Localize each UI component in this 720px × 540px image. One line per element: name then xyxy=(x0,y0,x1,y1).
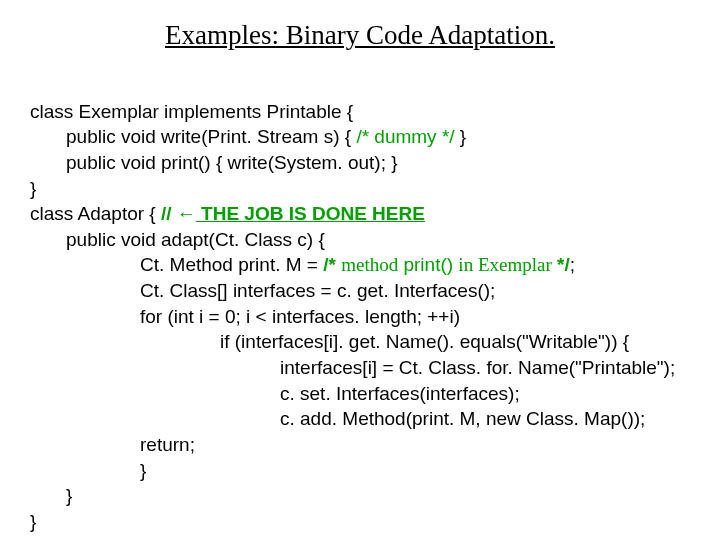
line-7-cc: */ xyxy=(552,254,570,275)
line-7-co: /* xyxy=(323,254,341,275)
line-12: c. set. Interfaces(interfaces); xyxy=(30,381,520,407)
line-11: interfaces[i] = Ct. Class. for. Name("Pr… xyxy=(30,355,675,381)
line-9: for (int i = 0; i < interfaces. length; … xyxy=(30,304,460,330)
arrow-left-icon: ← xyxy=(177,203,196,224)
line-15: } xyxy=(30,458,146,484)
line-7a: Ct. Method print. M = xyxy=(140,254,323,275)
line-14: return; xyxy=(30,432,195,458)
line-1: class Exemplar implements Printable { xyxy=(30,101,353,122)
line-7-exemplar: in Exemplar xyxy=(458,254,551,275)
line-7-semi: ; xyxy=(570,254,575,275)
line-2-comment: /* dummy */ xyxy=(356,126,454,147)
line-4: } xyxy=(30,178,36,199)
line-13: c. add. Method(print. M, new Class. Map(… xyxy=(30,406,645,432)
line-6: public void adapt(Ct. Class c) { xyxy=(30,227,325,253)
line-8: Ct. Class[] interfaces = c. get. Interfa… xyxy=(30,278,495,304)
line-5: class Adaptor { // ← THE JOB IS DONE HER… xyxy=(30,203,425,224)
line-5-slash: // xyxy=(161,203,177,224)
line-17: } xyxy=(30,511,36,532)
line-5-job: THE JOB IS DONE HERE xyxy=(196,203,425,224)
code-block: class Exemplar implements Printable { pu… xyxy=(30,73,690,535)
slide-title: Examples: Binary Code Adaptation. xyxy=(30,20,690,51)
line-7: Ct. Method print. M = /* method print() … xyxy=(30,252,575,278)
line-2b: } xyxy=(455,126,467,147)
line-3: public void print() { write(System. out)… xyxy=(30,150,398,176)
line-16: } xyxy=(30,483,72,509)
line-7-method: method xyxy=(341,254,398,275)
line-2a: public void write(Print. Stream s) { xyxy=(66,126,356,147)
line-10: if (interfaces[i]. get. Name(). equals("… xyxy=(30,329,629,355)
line-7-print: print() xyxy=(398,254,458,275)
line-5a: class Adaptor { xyxy=(30,203,161,224)
